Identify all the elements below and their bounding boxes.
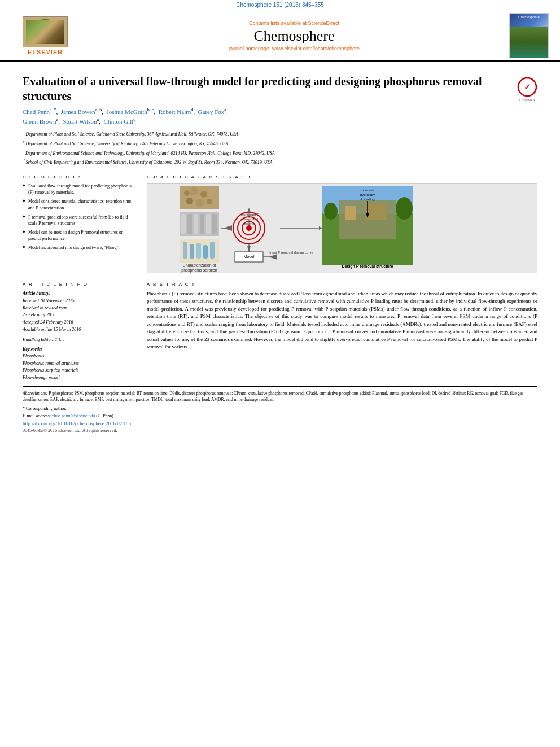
article-history: Article history: Received 18 November 20… — [23, 290, 135, 334]
svg-text:& loading: & loading — [360, 198, 374, 201]
svg-text:Input P removal design curve: Input P removal design curve — [269, 251, 313, 254]
affiliation-d: d School of Civil Engineering and Enviro… — [23, 158, 537, 166]
svg-rect-27 — [196, 243, 201, 259]
author-clinton-gill: Clinton Gill — [103, 118, 133, 125]
svg-rect-25 — [183, 242, 187, 259]
svg-text:✓: ✓ — [524, 82, 531, 91]
citation-bar: Chemosphere 151 (2016) 345–355 — [0, 0, 560, 10]
svg-rect-18 — [181, 214, 186, 234]
svg-text:hydrology: hydrology — [360, 193, 375, 196]
svg-point-12 — [200, 191, 207, 198]
journal-name-text: Chemosphere — [90, 28, 498, 45]
corresponding-author-label: * Corresponding author. — [23, 406, 67, 411]
history-label: Article history: — [23, 290, 135, 298]
svg-rect-19 — [187, 214, 192, 234]
abstract-header: A B S T R A C T — [147, 282, 537, 287]
svg-point-56 — [324, 203, 338, 220]
author-garey-fox: Garey Fox — [198, 108, 225, 115]
affiliation-b: b Department of Plant and Soil Science, … — [23, 139, 537, 147]
svg-rect-0 — [23, 17, 67, 47]
affiliation-c: c Department of Environmental Science an… — [23, 148, 537, 157]
copyright-text: 0045-6535/© 2016 Elsevier Ltd. All right… — [23, 428, 537, 433]
svg-point-13 — [209, 189, 215, 195]
email-address[interactable]: chad.penn@okstate.edu — [52, 413, 95, 418]
author-stuart-wilson: Stuart Wilson — [63, 118, 97, 125]
page: Chemosphere 151 (2016) 345–355 ELSEVIER … — [0, 0, 560, 747]
svg-point-1 — [31, 19, 59, 37]
highlight-item-3: P removal predictions were successful fr… — [23, 214, 135, 226]
crossmark-badge: ✓ CrossMark — [517, 77, 537, 102]
highlights-and-abstract-row: H I G H L I G H T S Evaluated flow-throu… — [23, 174, 537, 273]
elsevier-text-label: ELSEVIER — [28, 49, 63, 55]
keyword-1: Phosphorus — [23, 353, 135, 360]
svg-rect-20 — [194, 214, 198, 234]
svg-point-15 — [196, 199, 204, 207]
journal-header: ELSEVIER Contents lists available at Sci… — [0, 10, 560, 62]
keyword-2: Phosphorus removal structures — [23, 360, 135, 368]
svg-point-10 — [184, 190, 190, 196]
email-section: E-mail address: chad.penn@okstate.edu (C… — [23, 413, 537, 418]
svg-point-2 — [34, 26, 56, 40]
author-james-bowen: James Bowen — [61, 108, 95, 115]
article-title: Evaluation of a universal flow-through m… — [23, 74, 506, 103]
highlight-item-4: Model can be used to design P removal st… — [23, 229, 135, 242]
journal-center: Contents lists available at ScienceDirec… — [79, 20, 509, 51]
divider-2 — [23, 278, 537, 278]
homepage-url[interactable]: www.elsevier.com/locate/chemosphere — [272, 46, 360, 51]
received-revised-label: Received in revised form — [23, 305, 135, 312]
svg-point-11 — [190, 187, 198, 195]
author-glenn-brown: Glenn Brown — [23, 118, 56, 125]
article-info-column: A R T I C L E I N F O Article history: R… — [23, 282, 135, 382]
svg-rect-54 — [345, 206, 356, 220]
svg-rect-22 — [206, 214, 211, 234]
journal-homepage: journal homepage: www.elsevier.com/locat… — [90, 46, 498, 51]
affiliations-section: a Department of Plant and Soil Science, … — [23, 129, 537, 166]
svg-marker-48 — [247, 208, 251, 212]
doi-text: http://dx.doi.org/10.1016/j.chemosphere.… — [23, 421, 131, 426]
main-content: Evaluation of a universal flow-through m… — [0, 62, 560, 439]
svg-point-5 — [49, 29, 63, 39]
abbreviations-label: Abbreviations: — [23, 391, 47, 396]
svg-point-37 — [246, 225, 252, 231]
divider-1 — [23, 171, 537, 171]
keywords-section: Keywords: Phosphorus Phosphorus removal … — [23, 347, 135, 382]
svg-point-14 — [186, 198, 193, 204]
affiliation-a: a Department of Plant and Soil Science, … — [23, 129, 537, 138]
keywords-title: Keywords: — [23, 347, 135, 352]
svg-text:Model: Model — [243, 255, 255, 259]
abstract-text: Phosphorus (P) removal structures have b… — [147, 290, 537, 351]
highlight-item-5: Model incorporated into design software,… — [23, 244, 135, 251]
citation-text: Chemosphere 151 (2016) 345–355 — [236, 2, 324, 8]
abbreviations-text: P, phosphorus; PSM, phosphorus sorption … — [23, 391, 523, 402]
sciencedirect-name[interactable]: ScienceDirect — [308, 20, 340, 26]
abbreviations-section: Abbreviations: P, phosphorus; PSM, phosp… — [23, 390, 537, 403]
highlights-list: Evaluated flow-through model for predict… — [23, 183, 135, 251]
doi-link[interactable]: http://dx.doi.org/10.1016/j.chemosphere.… — [23, 421, 537, 426]
svg-rect-28 — [203, 245, 208, 259]
svg-text:Input site: Input site — [361, 189, 375, 192]
svg-point-16 — [207, 199, 212, 204]
elsevier-logo: ELSEVIER — [11, 16, 79, 55]
email-suffix: (C. Penn). — [96, 413, 115, 418]
authors-section: Chad Penna, *, James Bowena, b, Joshua M… — [23, 107, 537, 126]
svg-text:Design P removal structure: Design P removal structure — [342, 264, 393, 269]
highlights-column: H I G H L I G H T S Evaluated flow-throu… — [23, 174, 135, 273]
highlight-item-1: Evaluated flow-through model for predict… — [23, 183, 135, 195]
author-robert-nairn: Robert Nairn — [159, 108, 191, 115]
accepted-date: Accepted 24 February 2016 — [23, 319, 135, 326]
abstract-column: A B S T R A C T Phosphorus (P) removal s… — [147, 282, 537, 382]
svg-rect-3 — [43, 37, 47, 43]
sciencedirect-link: Contents lists available at ScienceDirec… — [90, 20, 498, 26]
corresponding-author-section: * Corresponding author. — [23, 406, 537, 411]
received-date: Received 18 November 2015 — [23, 298, 135, 305]
journal-cover-image — [509, 13, 549, 58]
bottom-section: Abbreviations: P, phosphorus; PSM, phosp… — [23, 386, 537, 434]
svg-point-57 — [396, 197, 413, 220]
handling-editor: Handling Editor: Y Liu — [23, 337, 135, 342]
elsevier-tree-logo — [23, 16, 68, 47]
svg-rect-29 — [210, 242, 215, 259]
received-revised-date: 23 February 2016 — [23, 312, 135, 319]
graphical-abstract-header: G R A P H I C A L A B S T R A C T — [147, 174, 537, 180]
svg-marker-65 — [319, 226, 322, 230]
highlights-header: H I G H L I G H T S — [23, 174, 135, 180]
